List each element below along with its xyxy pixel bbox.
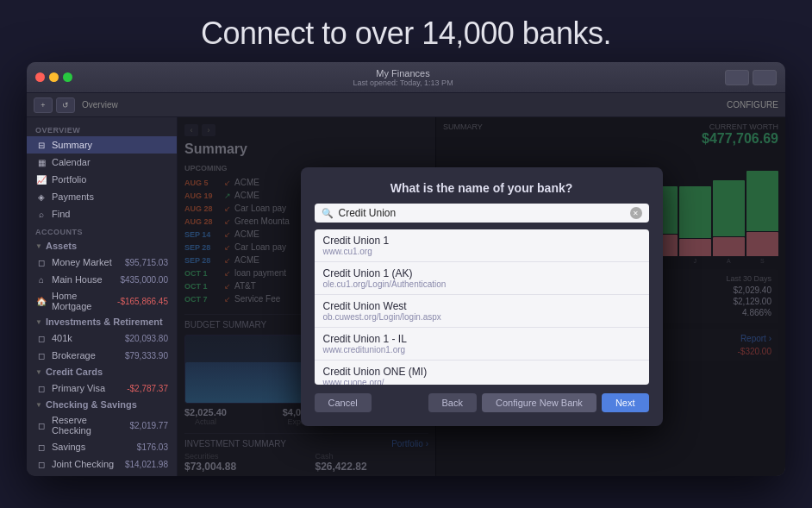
bank-item-2[interactable]: Credit Union West ob.cuwest.org/Login/lo… <box>315 295 649 328</box>
checking-expand-icon: ▼ <box>35 401 42 408</box>
window-subtitle: Last opened: Today, 1:13 PM <box>353 78 453 87</box>
money-market-icon: ◻ <box>35 256 47 268</box>
modal-title: What is the name of your bank? <box>315 181 649 195</box>
sidebar-money-market-value: $95,715.03 <box>125 258 168 267</box>
bank-item-1[interactable]: Credit Union 1 (AK) ole.cu1.org/Login/Au… <box>315 262 649 295</box>
tb-btn-1[interactable] <box>725 70 749 85</box>
investments-group-label: Investments & Retirement <box>46 317 163 327</box>
close-button[interactable] <box>35 72 45 82</box>
brokerage-icon: ◻ <box>35 349 47 361</box>
sidebar-item-primary-visa[interactable]: ◻ Primary Visa -$2,787.37 <box>27 379 177 397</box>
sidebar-item-payments[interactable]: ◈ Payments <box>27 188 177 205</box>
bank-item-name-2: Credit Union West <box>323 300 640 312</box>
modal-buttons: Cancel Back Configure New Bank Next <box>315 393 649 412</box>
bank-search-modal: What is the name of your bank? 🔍 ✕ Credi… <box>301 167 663 426</box>
sidebar-group-investments[interactable]: ▼ Investments & Retirement <box>27 314 177 329</box>
sidebar-item-reserve-checking[interactable]: ◻ Reserve Checking $2,019.77 <box>27 412 177 438</box>
investments-expand-icon: ▼ <box>35 318 42 325</box>
calendar-icon: ▦ <box>35 156 47 168</box>
bank-item-4[interactable]: Credit Union ONE (MI) www.cuone.org/ <box>315 361 649 385</box>
bank-item-url-4: www.cuone.org/ <box>323 378 640 385</box>
sidebar-item-portfolio[interactable]: 📈 Portfolio <box>27 171 177 188</box>
payments-icon: ◈ <box>35 191 47 203</box>
sidebar-group-checking[interactable]: ▼ Checking & Savings <box>27 397 177 412</box>
find-icon: ⌕ <box>35 208 47 220</box>
sidebar-visa-label: Primary Visa <box>52 383 105 393</box>
sidebar-item-summary[interactable]: ⊟ Summary <box>27 136 177 154</box>
sidebar-home-mortgage-value: -$165,866.45 <box>117 297 168 306</box>
assets-group-label: Assets <box>46 241 77 251</box>
sidebar-reserve-checking-value: $2,019.77 <box>130 421 169 430</box>
sidebar-item-savings[interactable]: ◻ Savings $176.03 <box>27 438 177 455</box>
sidebar-item-calendar[interactable]: ▦ Calendar <box>27 154 177 171</box>
minimize-button[interactable] <box>49 72 59 82</box>
sidebar-group-credit-cards[interactable]: ▼ Credit Cards <box>27 364 177 379</box>
bank-item-url-2: ob.cuwest.org/Login/login.aspx <box>323 312 640 322</box>
sidebar-joint-checking-label: Joint Checking <box>52 459 114 469</box>
bank-search-input[interactable] <box>339 207 625 219</box>
summary-icon: ⊟ <box>35 139 47 151</box>
modal-configure-button[interactable]: Configure New Bank <box>482 393 597 412</box>
tb-btn-2[interactable] <box>753 70 777 85</box>
modal-next-button[interactable]: Next <box>602 393 649 412</box>
sidebar-401k-label: 401k <box>52 333 72 343</box>
app-window: My Finances Last opened: Today, 1:13 PM … <box>27 62 785 476</box>
portfolio-icon: 📈 <box>35 173 47 185</box>
sidebar-item-find[interactable]: ⌕ Find <box>27 205 177 223</box>
sidebar-item-main-house[interactable]: ⌂ Main House $435,000.00 <box>27 271 177 288</box>
reserve-checking-icon: ◻ <box>35 419 47 431</box>
modal-search-clear-btn[interactable]: ✕ <box>630 207 642 219</box>
title-bar: My Finances Last opened: Today, 1:13 PM <box>27 62 785 93</box>
sidebar-savings-value: $176.03 <box>137 442 168 452</box>
sidebar-joint-checking-value: $14,021.98 <box>125 460 168 469</box>
sidebar: Overview ⊟ Summary ▦ Calendar 📈 Portfoli… <box>27 117 178 476</box>
modal-cancel-button[interactable]: Cancel <box>315 393 372 412</box>
sidebar-group-assets[interactable]: ▼ Assets <box>27 238 177 254</box>
sidebar-item-joint-checking[interactable]: ◻ Joint Checking $14,021.98 <box>27 455 177 473</box>
credit-expand-icon: ▼ <box>35 368 42 375</box>
bank-item-name-1: Credit Union 1 (AK) <box>323 267 640 279</box>
sidebar-item-home-mortgage[interactable]: 🏠 Home Mortgage -$165,866.45 <box>27 288 177 314</box>
window-title: My Finances <box>376 68 429 78</box>
savings-icon: ◻ <box>35 441 47 453</box>
sidebar-reserve-checking-label: Reserve Checking <box>52 415 126 436</box>
bank-item-0[interactable]: Credit Union 1 www.cu1.org <box>315 229 649 262</box>
sidebar-money-market-label: Money Market <box>52 257 112 267</box>
toolbar-refresh-btn[interactable]: ↺ <box>56 97 75 113</box>
checking-group-label: Checking & Savings <box>46 399 137 410</box>
modal-search-icon: 🔍 <box>322 208 334 219</box>
modal-search-row: 🔍 ✕ <box>315 204 649 223</box>
sidebar-item-label-portfolio: Portfolio <box>52 174 86 185</box>
main-house-icon: ⌂ <box>35 273 47 285</box>
modal-overlay[interactable]: 🏦 What is the name of your bank? 🔍 ✕ Cre… <box>178 117 785 476</box>
401k-icon: ◻ <box>35 332 47 344</box>
titlebar-center: My Finances Last opened: Today, 1:13 PM <box>81 68 725 87</box>
credit-cards-group-label: Credit Cards <box>46 367 103 377</box>
toolbar-overview-label: Overview <box>82 100 118 110</box>
sidebar-overview-label: Overview <box>27 121 177 136</box>
content-area: ‹ › Summary UPCOMING AUG 5 ↙ ACME AUG 19… <box>178 117 785 476</box>
toolbar-configure[interactable]: CONFIGURE <box>727 100 778 110</box>
sidebar-accounts-label: Accounts <box>27 223 177 238</box>
home-mortgage-icon: 🏠 <box>35 295 47 307</box>
modal-back-button[interactable]: Back <box>428 393 477 412</box>
sidebar-visa-value: -$2,787.37 <box>127 384 168 393</box>
toolbar-add-btn[interactable]: + <box>34 97 53 113</box>
sidebar-item-money-market[interactable]: ◻ Money Market $95,715.03 <box>27 254 177 271</box>
sidebar-savings-label: Savings <box>52 442 85 452</box>
bank-list: Credit Union 1 www.cu1.org Credit Union … <box>315 229 649 385</box>
bank-item-3[interactable]: Credit Union 1 - IL www.creditunion1.org <box>315 328 649 361</box>
visa-icon: ◻ <box>35 382 47 394</box>
modal-right-buttons: Back Configure New Bank Next <box>428 393 649 412</box>
toolbar-left: + ↺ <box>34 97 75 113</box>
sidebar-main-house-value: $435,000.00 <box>120 275 168 285</box>
maximize-button[interactable] <box>63 72 72 82</box>
sidebar-brokerage-value: $79,333.90 <box>125 351 168 361</box>
main-content: Overview ⊟ Summary ▦ Calendar 📈 Portfoli… <box>27 117 785 476</box>
sidebar-item-label-payments: Payments <box>52 191 94 202</box>
joint-checking-icon: ◻ <box>35 458 47 470</box>
sidebar-item-brokerage[interactable]: ◻ Brokerage $79,333.90 <box>27 347 177 364</box>
toolbar: + ↺ Overview CONFIGURE <box>27 93 785 117</box>
sidebar-item-401k[interactable]: ◻ 401k $20,093.80 <box>27 329 177 347</box>
sidebar-brokerage-label: Brokerage <box>52 350 96 361</box>
